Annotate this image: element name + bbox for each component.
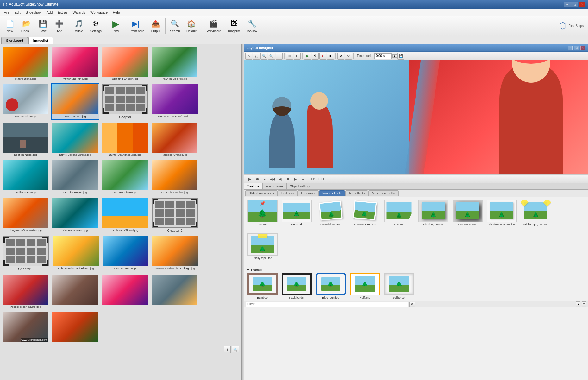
frame-halftone[interactable]: 🌲 Halftone xyxy=(349,273,381,299)
search-images-button[interactable]: 🔍 xyxy=(232,346,239,353)
menu-help[interactable]: Help xyxy=(110,10,122,15)
lt-save-button[interactable]: 💾 xyxy=(397,53,404,60)
list-item[interactable]: See-und-Berge.jpg xyxy=(101,235,150,272)
lt-stop-button[interactable]: ■ xyxy=(327,53,334,60)
effect-sticky-top[interactable]: 🌲 Sticky tape, top xyxy=(247,233,278,264)
list-item[interactable]: Paar-im-Gebirge.jpg xyxy=(150,45,199,82)
list-item[interactable]: Bunte-Ballons-Strand.jpg xyxy=(51,121,99,158)
list-item[interactable] xyxy=(51,273,99,310)
effect-tab-fade-ins[interactable]: Fade-ins xyxy=(278,190,297,196)
imagelist-button[interactable]: 🖼 Imagelist xyxy=(225,17,243,35)
settings-button[interactable]: ⚙ Settings xyxy=(87,17,104,35)
filter-scroll-up[interactable]: ▲ xyxy=(576,301,580,307)
new-button[interactable]: 📄 New xyxy=(2,17,18,35)
effect-shadow-strong[interactable]: 🌲 Shadow, strong xyxy=(452,200,483,231)
play-record-button[interactable]: ⏺ xyxy=(254,176,260,182)
list-item[interactable]: Familie-in-Blau.jpg xyxy=(1,159,50,195)
lt-redo-button[interactable]: ↻ xyxy=(345,53,352,60)
play-icon-button[interactable]: ▶ xyxy=(247,176,253,182)
effect-randomly-rotated[interactable]: 🌲 Randomly rotated xyxy=(349,200,381,231)
play-rewind-button[interactable]: ◀ xyxy=(277,176,283,182)
list-item[interactable]: Mutter-und-Kind.jpg xyxy=(51,45,99,82)
fromhere-button[interactable]: ▶| ... from here xyxy=(124,17,147,35)
play-stop-button[interactable]: ⏹ xyxy=(285,176,291,182)
toolbox-tab-objectsettings[interactable]: Object settings xyxy=(287,183,314,189)
layout-minimize-button[interactable]: − xyxy=(568,46,573,50)
tab-storyboard[interactable]: Storyboard xyxy=(1,37,28,44)
list-item[interactable] xyxy=(101,273,149,310)
list-item[interactable]: Bunte-Strandhaeuser.jpg xyxy=(101,121,149,158)
list-item[interactable]: Kinder-mit-Kanu.jpg xyxy=(51,197,99,234)
lt-cursor-button[interactable]: ↖ xyxy=(245,53,252,60)
menu-slideshow[interactable]: Slideshow xyxy=(23,10,44,15)
list-item[interactable]: Opa-und-Enkelin.jpg xyxy=(101,45,149,82)
menu-edit[interactable]: Edit xyxy=(12,10,23,15)
lt-grid-button[interactable]: ⊞ xyxy=(286,53,293,60)
toolbox-button[interactable]: 🔧 Toolbox xyxy=(244,17,260,35)
list-item[interactable]: Fassade-Orange.jpg xyxy=(150,121,199,158)
frame-bamboo[interactable]: 🌲 Bamboo xyxy=(247,273,278,299)
list-item[interactable]: Boot-im-Nebel.jpg xyxy=(1,121,50,158)
add-image-button[interactable]: + xyxy=(224,346,231,353)
effect-tab-fade-outs[interactable]: Fade-outs xyxy=(297,190,319,196)
effect-sticky-corners[interactable]: 🌲 Sticky tape, corners xyxy=(520,200,552,231)
layout-maximize-button[interactable]: □ xyxy=(574,46,579,50)
chapter-item[interactable]: Chapter xyxy=(101,83,150,120)
toolbox-tab-toolbox[interactable]: Toolbox xyxy=(244,183,263,189)
effect-severed[interactable]: 🌲 Severed xyxy=(383,200,415,231)
effect-tab-movement-paths[interactable]: Movement paths xyxy=(368,190,399,196)
lt-select-button[interactable]: ⬚ xyxy=(253,53,260,60)
toolbox-tab-filebrowser[interactable]: File browser xyxy=(263,183,286,189)
play-forward-button[interactable]: ▶ xyxy=(292,176,298,182)
effect-tab-slideshow-objects[interactable]: Slideshow objects xyxy=(245,190,278,196)
list-item[interactable]: Makro-Biene.jpg xyxy=(1,45,50,82)
tab-imagelist[interactable]: Imagelist xyxy=(28,37,53,44)
lt-zoom-fit-button[interactable]: ⊡ xyxy=(276,53,283,60)
list-item[interactable] xyxy=(51,311,99,344)
play-start-button[interactable]: ⏮ xyxy=(262,176,268,182)
chapter3-item[interactable]: Chapter 3 xyxy=(1,235,50,272)
effect-shadow-unobtrusive[interactable]: 🌲 Shadow, unobtrusive xyxy=(486,200,517,231)
lt-play-button[interactable]: ▶ xyxy=(304,53,311,60)
maximize-button[interactable]: □ xyxy=(571,2,578,7)
effect-polaroid[interactable]: 🌲 Polaroid xyxy=(281,200,312,231)
list-item[interactable]: Sonnenstrahlen-im-Gebirge.jpg xyxy=(151,235,199,272)
output-button[interactable]: 📤 Output xyxy=(148,17,164,35)
frames-collapse-icon[interactable]: ▼ xyxy=(247,268,250,272)
menu-workspace[interactable]: Workspace xyxy=(88,10,110,15)
play-button[interactable]: ▶ Play xyxy=(108,17,124,35)
play-end-button[interactable]: ⏭ xyxy=(300,176,306,182)
lt-options-button[interactable]: ⚙ xyxy=(312,53,319,60)
lt-record-button[interactable]: ● xyxy=(319,53,326,60)
filter-clear-button[interactable]: ✕ xyxy=(409,302,415,307)
list-item[interactable]: Frau-mit-Strohhut.jpg xyxy=(150,159,199,195)
time-mark-input[interactable] xyxy=(374,53,392,59)
frame-selfborder[interactable]: 🌲 Selfborder xyxy=(383,273,415,299)
list-item[interactable]: Blumenstrauss-auf-Feld.jpg xyxy=(151,83,199,120)
open-button[interactable]: 📂 Open... xyxy=(18,17,34,35)
effect-shadow-normal[interactable]: 🌲 Shadow, normal xyxy=(417,200,449,231)
frame-black-border[interactable]: 🌲 Black border xyxy=(281,273,312,299)
filter-input[interactable] xyxy=(246,302,408,307)
music-button[interactable]: 🎵 Music xyxy=(71,17,87,35)
list-item[interactable]: www.fullcrackindir.com xyxy=(1,311,50,344)
close-button[interactable]: ✕ xyxy=(579,2,585,7)
filter-scroll-down[interactable]: ▼ xyxy=(582,301,586,307)
lt-align-button[interactable]: ⊟ xyxy=(294,53,301,60)
effect-tab-image-effects[interactable]: Image effects xyxy=(319,190,345,196)
lt-zoom-out-button[interactable]: 🔍- xyxy=(268,53,275,60)
default-button[interactable]: 🏠 Default xyxy=(184,17,199,35)
list-item[interactable]: Junge-am-Briefkasten.jpg xyxy=(1,197,50,234)
save-button[interactable]: 💾 Save xyxy=(35,17,51,35)
list-item[interactable]: Limbo-am-Strand.jpg xyxy=(101,197,149,234)
add-button[interactable]: ➕ Add xyxy=(52,17,67,35)
menu-add[interactable]: Add xyxy=(44,10,55,15)
list-item[interactable]: Frau-im-Regen.jpg xyxy=(51,159,99,195)
chapter2-item[interactable]: Chapter 2 xyxy=(150,197,199,234)
menu-extras[interactable]: Extras xyxy=(55,10,70,15)
menu-file[interactable]: File xyxy=(1,10,12,15)
minimize-button[interactable]: − xyxy=(564,2,571,7)
list-item[interactable]: Voegel-essen-Kaefer.jpg xyxy=(1,273,50,310)
effect-tab-text-effects[interactable]: Text effects xyxy=(345,190,368,196)
menu-wizards[interactable]: Wizards xyxy=(70,10,88,15)
